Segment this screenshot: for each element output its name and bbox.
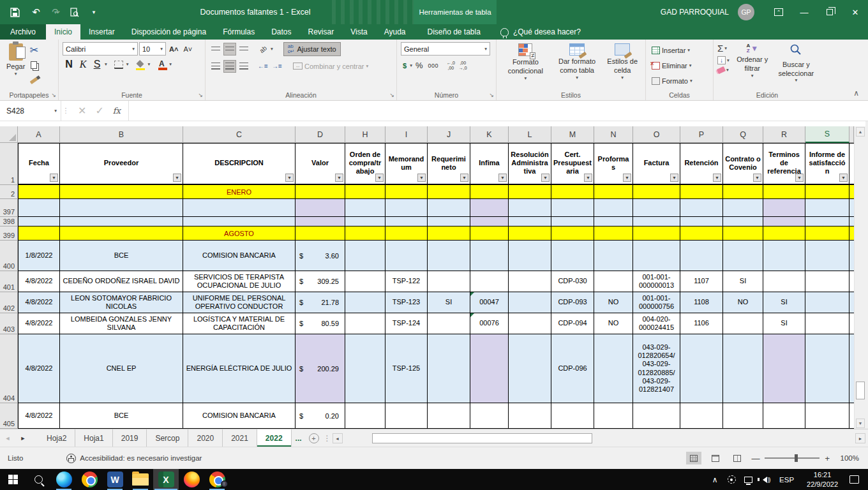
avatar[interactable]: GP [738, 4, 754, 20]
cell-C397[interactable] [183, 199, 296, 217]
name-box[interactable]: S428 ▾ [0, 101, 61, 121]
cell-P404[interactable] [680, 334, 723, 403]
cell-I2[interactable] [385, 185, 428, 199]
align-middle-icon[interactable] [223, 43, 236, 56]
shrink-font-icon[interactable]: A˅ [181, 42, 194, 56]
cell-C401[interactable]: SERVICIOS DE TERAPISTA OCUPACIONAL DE JU… [183, 271, 296, 292]
tray-network-icon[interactable] [740, 469, 756, 490]
cell-R399[interactable] [763, 226, 805, 241]
cell-C399[interactable]: AGOSTO [183, 226, 296, 241]
fill-button[interactable]: ↓▾ [717, 56, 730, 64]
sheet-tab-2019[interactable]: 2019 [113, 429, 147, 447]
column-header-K[interactable]: K [470, 126, 509, 143]
cell-M401[interactable]: CDP-030 [551, 271, 594, 292]
cell-A397[interactable] [18, 199, 60, 217]
cell-J404[interactable] [428, 334, 470, 403]
taskbar-chrome-icon[interactable] [77, 469, 102, 490]
align-left-icon[interactable] [209, 60, 222, 73]
header-cell-P[interactable]: Retención▼ [680, 143, 723, 185]
cell-S404[interactable] [805, 334, 849, 403]
header-cell-I[interactable]: Memorandum▼ [385, 143, 428, 185]
minimize-icon[interactable]: — [791, 0, 817, 24]
cell-B398[interactable] [60, 217, 183, 226]
taskbar-chrome-alt-icon[interactable]: ⠿ [204, 469, 230, 490]
cell-A402[interactable]: 4/8/2022 [18, 292, 60, 313]
cell-I405[interactable] [385, 403, 428, 429]
cell-R398[interactable] [763, 217, 805, 226]
filter-dropdown-icon[interactable]: ▼ [670, 174, 678, 182]
cell-K402[interactable]: 00047 [470, 292, 509, 313]
underline-caret-icon[interactable]: ▾ [105, 62, 107, 67]
filter-dropdown-icon[interactable]: ▼ [795, 174, 804, 182]
filter-dropdown-icon[interactable]: ▼ [335, 174, 343, 182]
cell-N405[interactable] [594, 403, 633, 429]
column-header-H[interactable]: H [345, 126, 385, 143]
insert-cells-button[interactable]: Insertar▾ [650, 43, 692, 57]
cell-L398[interactable] [509, 217, 551, 226]
filter-dropdown-icon[interactable]: ▼ [623, 174, 631, 182]
row-header-398[interactable]: 398 [0, 217, 18, 226]
cell-J399[interactable] [428, 226, 470, 241]
number-dialog-launcher-icon[interactable]: ↘ [489, 93, 494, 98]
cancel-icon[interactable]: ✕ [78, 105, 86, 117]
cell-M402[interactable]: CDP-093 [551, 292, 594, 313]
wrap-text-button[interactable]: abc↵ Ajustar texto [283, 42, 341, 56]
cell-Q405[interactable] [723, 403, 763, 429]
cell-L397[interactable] [509, 199, 551, 217]
tell-me-box[interactable]: ¿Qué desea hacer? [500, 24, 581, 40]
cell-I398[interactable] [385, 217, 428, 226]
borders-caret-icon[interactable]: ▾ [126, 62, 129, 67]
redo-icon[interactable]: ↷▾ [49, 6, 60, 19]
cell-O398[interactable] [633, 217, 680, 226]
collapse-ribbon-icon[interactable]: ∧ [853, 89, 859, 98]
cell-J398[interactable] [428, 217, 470, 226]
action-center-icon[interactable] [849, 475, 859, 484]
cell-R2[interactable] [763, 185, 805, 199]
cell-R397[interactable] [763, 199, 805, 217]
filter-dropdown-icon[interactable]: ▼ [417, 174, 426, 182]
cell-R404[interactable] [763, 334, 805, 403]
underline-button[interactable]: S [91, 58, 103, 71]
filter-dropdown-icon[interactable]: ▼ [173, 174, 181, 182]
tab-ayuda[interactable]: Ayuda [376, 24, 414, 40]
filter-dropdown-icon[interactable]: ▼ [753, 174, 761, 182]
cell-N397[interactable] [594, 199, 633, 217]
cell-C2[interactable]: ENERO [183, 185, 296, 199]
column-header-N[interactable]: N [594, 126, 633, 143]
header-cell-L[interactable]: Resolución Administrativa▼ [509, 143, 551, 185]
tray-language[interactable]: ESP [773, 476, 800, 484]
customize-qat-icon[interactable]: ▾ [88, 6, 100, 19]
number-format-select[interactable]: General▾ [401, 42, 490, 56]
tab-diseño-de-tabla[interactable]: Diseño de tabla [419, 24, 488, 40]
zoom-out-icon[interactable]: — [751, 454, 760, 463]
cell-M398[interactable] [551, 217, 594, 226]
cell-O397[interactable] [633, 199, 680, 217]
filter-dropdown-icon[interactable]: ▼ [839, 174, 848, 182]
cut-icon[interactable]: ✂ [27, 43, 40, 56]
cell-L2[interactable] [509, 185, 551, 199]
zoom-level[interactable]: 100% [836, 454, 859, 462]
column-header-O[interactable]: O [633, 126, 680, 143]
cell-D398[interactable] [296, 217, 345, 226]
cell-J403[interactable] [428, 313, 470, 334]
taskbar-search-icon[interactable] [26, 469, 51, 490]
grow-font-icon[interactable]: A˄ [167, 42, 180, 56]
horizontal-scroll-thumb[interactable] [372, 433, 592, 443]
cell-R400[interactable] [763, 241, 805, 271]
cell-A400[interactable]: 1/8/2022 [18, 241, 60, 271]
column-header-B[interactable]: B [60, 126, 183, 143]
filter-dropdown-icon[interactable]: ▼ [584, 174, 592, 182]
select-all-corner[interactable] [0, 126, 18, 143]
cell-I400[interactable] [385, 241, 428, 271]
cell-K399[interactable] [470, 226, 509, 241]
page-layout-view-icon[interactable] [708, 452, 723, 464]
zoom-in-icon[interactable]: + [825, 454, 830, 463]
cell-H402[interactable] [345, 292, 385, 313]
cell-A404[interactable]: 4/8/2022 [18, 334, 60, 403]
cell-K398[interactable] [470, 217, 509, 226]
zoom-slider-thumb[interactable] [795, 454, 798, 462]
cell-N401[interactable] [594, 271, 633, 292]
cell-H2[interactable] [345, 185, 385, 199]
cell-Q399[interactable] [723, 226, 763, 241]
cell-N400[interactable] [594, 241, 633, 271]
